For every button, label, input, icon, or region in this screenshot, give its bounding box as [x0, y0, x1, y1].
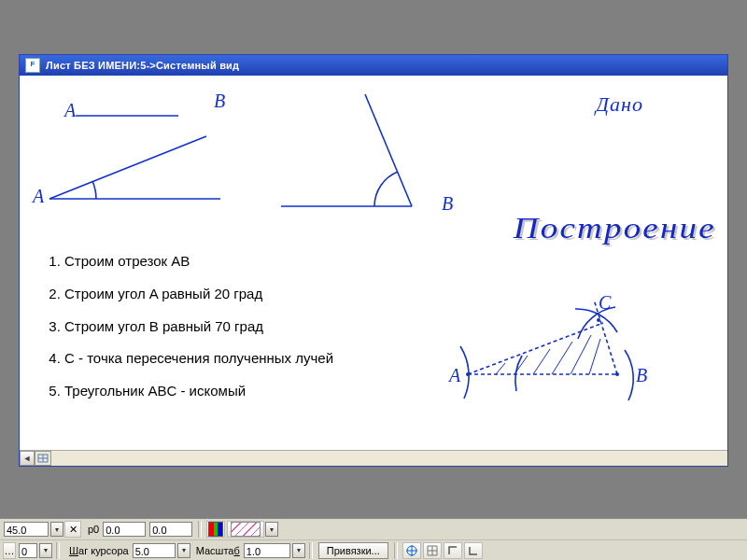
step-item: Строим угол B равный 70 град	[64, 318, 367, 336]
scroll-left-button[interactable]: ◄	[20, 451, 35, 466]
step-label: Шаг курсора	[69, 545, 129, 556]
toolbar-row-2: … 0 ▾ Шаг курсора 5.0 ▾ Масштаб 1.0 ▾ Пр…	[0, 539, 747, 560]
bottom-toolbars: 45.0 ▾ ✕ p0 0.0 0.0 ▾ … 0 ▾ Шаг курсора …	[0, 518, 747, 560]
view-switch-icon[interactable]	[35, 451, 51, 466]
snap-button[interactable]: Привязки...	[318, 542, 388, 559]
cad-child-window: F Лист БЕЗ ИМЕНИ:5->Системный вид A B A …	[19, 54, 728, 467]
color-swatch-icon[interactable]	[206, 521, 225, 538]
svg-line-11	[552, 342, 572, 374]
step-item: Треугольник ABC - искомый	[64, 383, 367, 400]
svg-line-13	[589, 339, 600, 374]
svg-line-8	[496, 363, 505, 374]
index-field[interactable]: 0	[19, 543, 37, 558]
label-tri-b: B	[636, 365, 647, 386]
grid-icon[interactable]	[423, 542, 442, 559]
ortho2-icon[interactable]	[464, 542, 483, 559]
p0-label: p0	[88, 524, 99, 535]
step-item: Строим отрезок AB	[64, 253, 367, 271]
p0-y-field[interactable]: 0.0	[149, 522, 192, 537]
figure-segment-and-angle-a	[29, 85, 244, 244]
window-title: Лист БЕЗ ИМЕНИ:5->Системный вид	[46, 60, 239, 71]
svg-line-2	[49, 136, 206, 199]
hatch-dropdown[interactable]: ▾	[265, 522, 278, 537]
hatch-swatch-icon[interactable]	[227, 521, 264, 538]
svg-point-15	[615, 372, 619, 376]
svg-line-12	[571, 335, 591, 374]
menu-expand-icon[interactable]: …	[3, 542, 16, 559]
document-area[interactable]: A B A B Дано Построение Строим отрезок A…	[20, 76, 727, 451]
label-a-top: A	[64, 100, 76, 121]
angle-field[interactable]: 45.0	[4, 522, 49, 537]
label-b-top: B	[214, 91, 225, 112]
label-a-low: A	[33, 186, 44, 207]
heading-dano: Дано	[596, 92, 643, 117]
snap-settings-icon[interactable]	[402, 542, 421, 559]
svg-point-14	[466, 372, 470, 376]
toggle-x-icon[interactable]: ✕	[64, 521, 81, 538]
svg-line-6	[468, 323, 603, 374]
scale-dropdown[interactable]: ▾	[292, 543, 305, 558]
horizontal-scrollbar[interactable]: ◄	[20, 450, 727, 466]
step-dropdown[interactable]: ▾	[177, 543, 190, 558]
p0-x-field[interactable]: 0.0	[103, 522, 146, 537]
angle-dropdown[interactable]: ▾	[50, 522, 63, 537]
scale-field[interactable]: 1.0	[244, 543, 290, 558]
scale-label: Масштаб	[196, 545, 240, 556]
doc-icon: F	[25, 58, 40, 73]
ortho1-icon[interactable]	[444, 542, 462, 559]
titlebar[interactable]: F Лист БЕЗ ИМЕНИ:5->Системный вид	[20, 55, 727, 77]
step-item: Строим угол A равный 20 град	[64, 286, 367, 303]
label-tri-c: C	[599, 292, 611, 314]
svg-point-16	[597, 318, 600, 322]
index-dropdown[interactable]: ▾	[39, 543, 52, 558]
toolbar-row-1: 45.0 ▾ ✕ p0 0.0 0.0 ▾	[0, 519, 747, 539]
label-b-low: B	[442, 193, 453, 215]
step-field[interactable]: 5.0	[133, 543, 176, 558]
label-tri-a: A	[449, 365, 460, 386]
svg-line-10	[533, 349, 550, 374]
svg-line-4	[365, 94, 412, 206]
steps-list: Строим отрезок AB Строим угол A равный 2…	[40, 253, 367, 415]
step-item: C - точка пересечения полученных лучей	[64, 350, 367, 368]
figure-angle-b	[262, 85, 477, 244]
figure-triangle-abc	[430, 281, 673, 412]
heading-postroenie: Построение	[514, 211, 716, 245]
